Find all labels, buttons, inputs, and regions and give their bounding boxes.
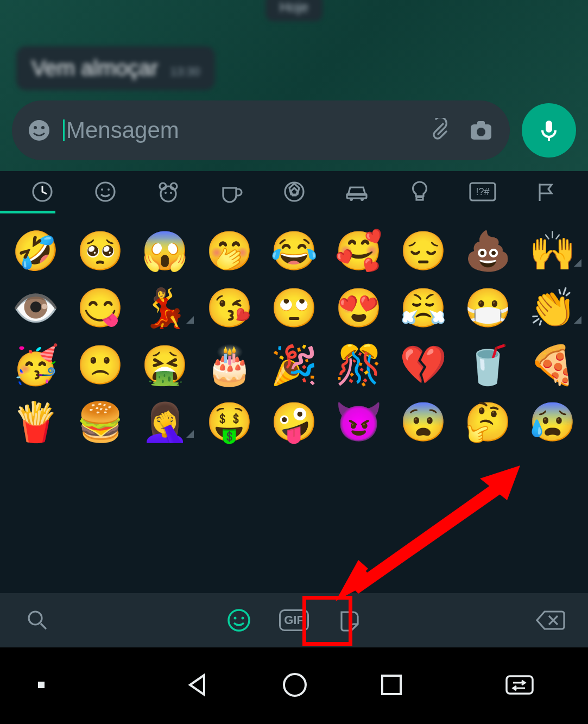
emoji-cell[interactable]: 🥺 (68, 232, 132, 270)
emoji-category-row: !?# (0, 171, 588, 215)
mic-icon (537, 118, 561, 142)
symbols-icon: !?# (469, 182, 496, 202)
category-food[interactable] (200, 171, 263, 212)
emoji-cell[interactable]: 🙌 (520, 232, 585, 270)
camera-icon[interactable] (467, 117, 495, 144)
svg-text:!?#: !?# (476, 186, 490, 197)
emoji-cell[interactable]: 🤦‍♀️ (132, 403, 197, 441)
emoji-cell[interactable]: 😂 (262, 232, 326, 270)
emoji-cell[interactable]: 🙁 (68, 346, 132, 384)
emoji-cell[interactable]: 😨 (391, 403, 456, 441)
svg-point-20 (361, 198, 364, 201)
nav-recent[interactable] (379, 672, 404, 700)
emoji-cell[interactable]: 🤣 (3, 232, 68, 270)
tab-emoji[interactable] (221, 602, 257, 638)
nav-switch[interactable] (503, 673, 536, 699)
svg-rect-5 (477, 121, 485, 127)
emoji-cell[interactable]: 🤭 (197, 232, 262, 270)
svg-rect-32 (38, 682, 45, 688)
message-input[interactable]: Mensagem (66, 117, 412, 143)
annotation-box (302, 596, 352, 646)
paperclip-icon[interactable] (427, 118, 452, 143)
date-badge: Hoje (265, 0, 323, 21)
emoji-cell[interactable]: 🥤 (456, 346, 520, 384)
svg-point-25 (229, 610, 249, 631)
category-flags[interactable] (514, 171, 577, 212)
emoji-cell[interactable]: 😔 (391, 232, 456, 270)
svg-point-10 (101, 188, 103, 191)
svg-rect-35 (507, 676, 533, 694)
emoji-cell[interactable]: 😱 (132, 232, 197, 270)
clock-icon (31, 180, 54, 203)
backspace-button[interactable] (533, 602, 568, 638)
svg-point-16 (170, 192, 172, 194)
mic-button[interactable] (522, 103, 576, 158)
emoji-cell[interactable]: 💃 (132, 289, 197, 327)
svg-point-2 (41, 126, 45, 129)
emoji-cell[interactable]: 👏 (520, 289, 585, 327)
nav-minimize[interactable] (36, 679, 47, 692)
smiley-icon (94, 180, 117, 203)
category-objects[interactable] (388, 171, 451, 212)
smiley-icon (226, 608, 251, 633)
category-activity[interactable] (263, 171, 326, 212)
emoji-cell[interactable]: 😋 (68, 289, 132, 327)
emoji-cell[interactable]: 🍔 (68, 403, 132, 441)
svg-point-14 (161, 186, 176, 202)
car-icon (344, 179, 370, 205)
incoming-message[interactable]: Vem almoçar 13:30 (16, 46, 215, 90)
category-symbols[interactable]: !?# (451, 171, 514, 212)
annotation-arrow (336, 465, 520, 601)
category-recent[interactable] (11, 171, 74, 212)
emoji-icon[interactable] (27, 118, 51, 142)
emoji-cell[interactable]: 🎂 (197, 346, 262, 384)
svg-point-27 (241, 617, 244, 620)
android-nav-bar (0, 647, 588, 724)
emoji-cell[interactable]: 🤪 (262, 403, 326, 441)
svg-point-19 (350, 198, 353, 201)
emoji-cell[interactable]: 😘 (197, 289, 262, 327)
emoji-cell[interactable]: 🍕 (520, 346, 585, 384)
message-time: 13:30 (170, 65, 200, 79)
emoji-cell[interactable]: 🤑 (197, 403, 262, 441)
svg-point-4 (477, 128, 485, 136)
emoji-cell[interactable]: 😷 (456, 289, 520, 327)
emoji-cell[interactable]: 👁️ (3, 289, 68, 327)
soccer-icon (283, 180, 306, 203)
emoji-cell[interactable]: 🥰 (326, 232, 391, 270)
message-input-container: Mensagem (12, 100, 510, 160)
svg-point-15 (165, 192, 167, 194)
emoji-cell[interactable]: 😍 (326, 289, 391, 327)
message-text: Vem almoçar (31, 56, 158, 80)
emoji-cell[interactable]: 💩 (456, 232, 520, 270)
emoji-cell[interactable]: 💔 (391, 346, 456, 384)
emoji-cell[interactable]: 🎊 (326, 346, 391, 384)
composer-row: Mensagem (12, 100, 576, 160)
emoji-cell[interactable]: 🎉 (262, 346, 326, 384)
svg-rect-21 (416, 197, 423, 200)
svg-rect-34 (382, 676, 401, 694)
svg-point-1 (34, 126, 37, 129)
svg-marker-29 (350, 480, 507, 594)
svg-rect-7 (548, 137, 550, 141)
emoji-cell[interactable]: 😤 (391, 289, 456, 327)
emoji-search-button[interactable] (20, 602, 55, 638)
category-smileys[interactable] (74, 171, 137, 212)
emoji-cell[interactable]: 🤮 (132, 346, 197, 384)
svg-point-11 (108, 188, 110, 191)
bear-icon (156, 180, 180, 204)
nav-back[interactable] (185, 672, 211, 700)
svg-rect-6 (546, 121, 552, 133)
nav-home[interactable] (281, 671, 308, 701)
emoji-cell[interactable]: 🤔 (456, 403, 520, 441)
category-travel[interactable] (325, 171, 388, 212)
lightbulb-icon (409, 180, 431, 204)
emoji-cell[interactable]: 😰 (520, 403, 585, 441)
cup-icon (219, 179, 244, 204)
category-animals[interactable] (137, 171, 200, 212)
emoji-cell[interactable]: 🙄 (262, 289, 326, 327)
svg-point-9 (96, 182, 115, 201)
emoji-cell[interactable]: 🥳 (3, 346, 68, 384)
emoji-cell[interactable]: 🍟 (3, 403, 68, 441)
emoji-cell[interactable]: 😈 (326, 403, 391, 441)
